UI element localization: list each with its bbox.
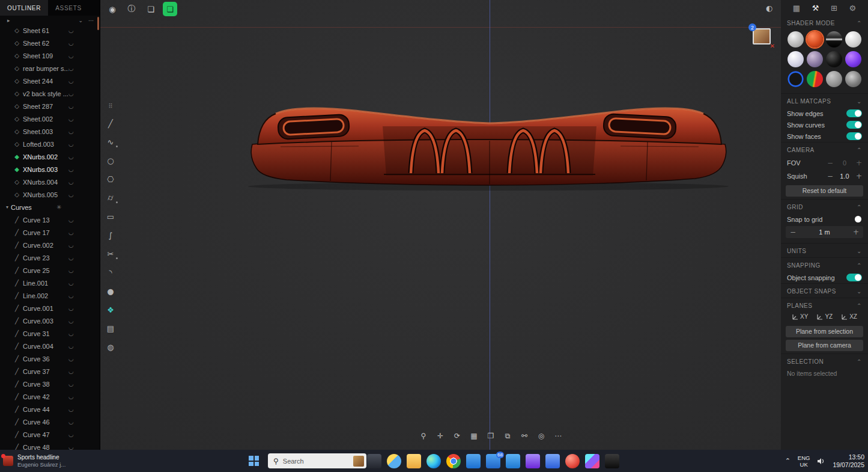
tree-row[interactable]: ▾ Curves ✳ xyxy=(0,201,100,213)
tree-row[interactable]: ◇ Sheet 287 ◡ xyxy=(0,100,100,112)
tree-row[interactable]: ╱ Line.002 ◡ xyxy=(0,289,100,302)
move-icon[interactable]: ✛ xyxy=(434,429,447,443)
language-indicator[interactable]: ENG UK xyxy=(798,455,810,468)
minus-button[interactable]: − xyxy=(827,172,833,180)
cylinder-tool-icon[interactable]: ⌭ xyxy=(103,190,118,206)
hide-toggle-icon[interactable]: ◡ xyxy=(68,343,74,349)
material-tool-icon[interactable]: ◍ xyxy=(103,339,118,355)
plane-option[interactable]: XZ xyxy=(841,313,857,320)
tree-row[interactable]: ╱ Curve 46 ◡ xyxy=(0,415,100,428)
app-mixed-icon[interactable] xyxy=(585,454,599,468)
squish-value[interactable]: 1.0 xyxy=(838,173,851,180)
plane-from-selection-button[interactable]: Plane from selection xyxy=(786,326,863,337)
tab-outliner[interactable]: OUTLINER xyxy=(0,0,48,16)
matcap-red[interactable] xyxy=(807,31,823,48)
outliner-menu-icon[interactable]: ⋯ xyxy=(88,17,94,23)
polygon-tool-icon[interactable]: ⎔ xyxy=(103,171,118,187)
matcap-blue-ring[interactable] xyxy=(788,71,804,87)
tree-row[interactable]: ◇ v2 back style ... ◡ xyxy=(0,87,100,100)
chevron-down-icon[interactable]: ⌄ xyxy=(857,98,862,105)
chevron-up-icon[interactable]: ⌃ xyxy=(857,302,862,309)
solid-box-tool-icon[interactable]: ❖ xyxy=(103,302,118,317)
tree-row[interactable]: ╱ Curve.004 ◡ xyxy=(0,340,100,352)
hide-toggle-icon[interactable]: ◡ xyxy=(68,444,74,450)
tree-row[interactable]: ◇ Sheet 109 ◡ xyxy=(0,49,100,62)
hide-toggle-icon[interactable]: ◡ xyxy=(68,406,74,412)
snap-toggle-switch[interactable] xyxy=(846,215,862,223)
weather-app-icon[interactable] xyxy=(387,454,401,468)
section-object-snaps[interactable]: OBJECT SNAPS ⌄ xyxy=(781,283,868,298)
tree-row[interactable]: ╱ Curve 31 ◡ xyxy=(0,327,100,340)
scroll-to-item-icon[interactable]: ▸ xyxy=(7,17,10,23)
circle-tool-icon[interactable]: ○ xyxy=(103,153,118,168)
task-view-button[interactable] xyxy=(367,454,381,468)
search-highlight-icon[interactable] xyxy=(353,456,364,467)
trim-tool-icon[interactable]: ✂ xyxy=(103,246,118,262)
section-selection[interactable]: SELECTION ⌃ xyxy=(781,354,868,368)
hide-toggle-icon[interactable]: ◡ xyxy=(68,254,74,261)
taskbar-clock[interactable]: 13:50 19/07/2025 xyxy=(833,453,864,469)
settings-gear-icon[interactable]: ⚙ xyxy=(849,4,857,13)
app-red-icon[interactable] xyxy=(565,454,580,468)
duplicate-icon[interactable]: ❐ xyxy=(484,429,497,443)
plane-from-camera-button[interactable]: Plane from camera xyxy=(786,340,863,351)
hide-toggle-icon[interactable]: ◡ xyxy=(68,242,74,248)
matcap-purple[interactable] xyxy=(845,51,861,67)
line-tool-icon[interactable]: ╱ xyxy=(103,115,118,131)
hide-toggle-icon[interactable]: ◡ xyxy=(68,267,74,274)
zoom-icon[interactable]: ⚲ xyxy=(417,429,430,443)
hide-toggle-icon[interactable]: ◡ xyxy=(68,27,74,34)
tree-row[interactable]: ╱ Line.001 ◡ xyxy=(0,277,100,289)
wireframe-mode-icon[interactable]: ❏ xyxy=(144,2,158,16)
scrollbar-thumb[interactable] xyxy=(97,17,99,30)
hide-toggle-icon[interactable]: ◡ xyxy=(68,78,74,84)
link-icon[interactable]: ⚯ xyxy=(518,429,531,443)
hide-toggle-icon[interactable]: ◡ xyxy=(68,166,74,173)
tree-row[interactable]: ╱ Curve 23 ◡ xyxy=(0,251,100,264)
section-camera[interactable]: CAMERA ⌃ xyxy=(781,142,868,156)
speaker-icon[interactable] xyxy=(817,458,825,465)
info-icon[interactable]: ⓘ xyxy=(124,2,139,16)
hide-toggle-icon[interactable]: ◡ xyxy=(68,280,74,286)
tree-row[interactable]: ╱ Curve.003 ◡ xyxy=(0,314,100,327)
matcap-clay[interactable] xyxy=(845,71,861,87)
hide-toggle-icon[interactable]: ◡ xyxy=(68,191,74,198)
hide-toggle-icon[interactable]: ◡ xyxy=(68,141,74,147)
fillet-tool-icon[interactable]: ◝ xyxy=(103,265,118,280)
matcap-light[interactable] xyxy=(845,31,861,48)
copy-icon[interactable]: ⧉ xyxy=(501,429,514,443)
toggle-switch[interactable] xyxy=(846,121,862,129)
tree-row[interactable]: ◇ Sheet 62 ◡ xyxy=(0,37,100,49)
shaded-mode-icon[interactable]: ❏ xyxy=(163,2,177,16)
box-tool-icon[interactable]: ▭ xyxy=(103,209,118,224)
chevron-up-icon[interactable]: ⌃ xyxy=(857,262,862,269)
plane-option[interactable]: YZ xyxy=(816,313,833,320)
tree-row[interactable]: ◆ XNurbs.003 ◡ xyxy=(0,163,100,176)
tree-row[interactable]: ◇ rear bumper s... ◡ xyxy=(0,62,100,75)
hide-toggle-icon[interactable]: ◡ xyxy=(68,381,74,387)
spline-tool-icon[interactable]: ∿ xyxy=(103,134,118,150)
tray-expand-icon[interactable]: ⌃ xyxy=(785,457,791,465)
minus-button[interactable]: − xyxy=(827,159,833,167)
close-icon[interactable]: ✕ xyxy=(770,43,775,49)
news-widget[interactable]: Sports headline Eugenio Suárez j... xyxy=(3,450,102,472)
tree-row[interactable]: ◆ XNurbs.002 ◡ xyxy=(0,150,100,163)
matcap-lilac[interactable] xyxy=(807,51,823,67)
tree-row[interactable]: ╱ Curve 48 ◡ xyxy=(0,441,100,450)
hide-toggle-icon[interactable]: ◡ xyxy=(68,40,74,46)
collapse-all-icon[interactable]: ⌄ xyxy=(78,17,83,23)
chevron-up-icon[interactable]: ⌃ xyxy=(857,20,862,26)
store-icon[interactable] xyxy=(466,454,481,468)
tree-row[interactable]: ◇ Sheet 61 ◡ xyxy=(0,24,100,37)
tree-row[interactable]: ╱ Curve 47 ◡ xyxy=(0,428,100,441)
hide-toggle-icon[interactable]: ✳ xyxy=(56,204,61,210)
sphere-tool-icon[interactable]: ● xyxy=(103,283,118,299)
app-indigo-icon[interactable] xyxy=(545,454,560,468)
mail-icon[interactable]: 68 xyxy=(486,454,500,468)
section-grid[interactable]: GRID ⌃ xyxy=(781,199,868,213)
plus-button[interactable]: + xyxy=(853,228,859,236)
section-shader-mode[interactable]: SHADER MODE ⌃ xyxy=(781,16,868,29)
tree-row[interactable]: ╱ Curve 38 ◡ xyxy=(0,378,100,390)
hide-toggle-icon[interactable]: ◡ xyxy=(68,305,74,311)
app-blue-icon[interactable] xyxy=(506,454,520,468)
